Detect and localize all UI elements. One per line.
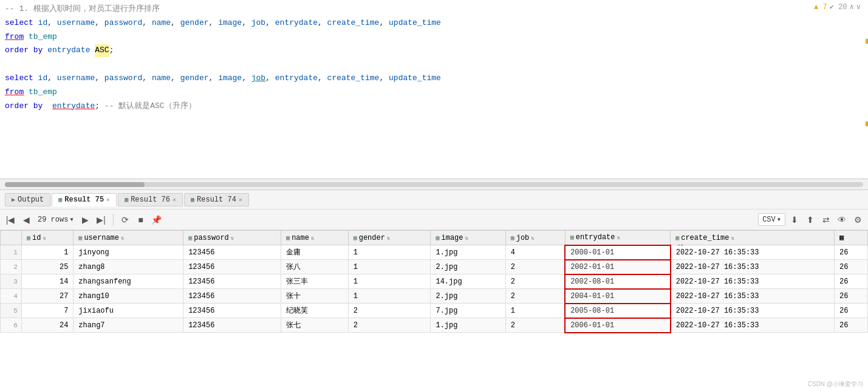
cell-extra: 26 (834, 304, 867, 318)
table-icon-75: ▦ (58, 196, 62, 203)
cell-password: 123456 (183, 260, 281, 274)
next-page-button[interactable]: ▶ (79, 213, 92, 226)
cell-password: 123456 (183, 245, 281, 260)
cell-username: zhang8 (73, 260, 183, 274)
cell-id: 27 (21, 289, 73, 304)
cell-create_time: 2022-10-27 16:35:33 (671, 289, 835, 304)
tab-result76-close[interactable]: ✕ (173, 196, 176, 203)
col-header-job[interactable]: ▦job⇅ (505, 231, 565, 245)
cell-id: 24 (21, 318, 73, 333)
last-page-button[interactable]: ▶| (95, 213, 108, 226)
csv-chevron-icon: ▾ (777, 215, 781, 224)
cell-create_time: 2022-10-27 16:35:33 (671, 318, 835, 333)
table-row: 11jinyong123456金庸11.jpg42000-01-012022-1… (1, 245, 868, 260)
cell-gender: 1 (348, 274, 431, 289)
col-header-password[interactable]: ▦password⇅ (183, 231, 281, 245)
cell-password: 123456 (183, 318, 281, 333)
chevron-up-icon[interactable]: ∧ (850, 2, 854, 12)
tab-result75-label: Result 75 (64, 195, 104, 204)
cell-create_time: 2022-10-27 16:35:33 (671, 260, 835, 274)
results-table: ▦id⇅ ▦username⇅ ▦password⇅ ▦name⇅ ▦gende… (0, 230, 868, 333)
q1-line3: order by entrydate ASC; (0, 44, 868, 58)
download-button[interactable]: ⬇ (788, 213, 801, 226)
cell-extra: 26 (834, 318, 867, 333)
table-row: 225zhang8123456张八12.jpg22002-01-012022-1… (1, 260, 868, 274)
watermark: CSDN @小琳爱学习 (808, 380, 863, 389)
q1-line2: from tb_emp (0, 30, 868, 44)
tab-result75[interactable]: ▦ Result 75 ✕ (52, 193, 117, 206)
blank-line (0, 58, 868, 72)
scroll-track[interactable] (5, 182, 863, 187)
chevron-down-icon[interactable]: ∨ (856, 2, 861, 12)
table-body: 11jinyong123456金庸11.jpg42000-01-012022-1… (1, 245, 868, 333)
cell-name: 张三丰 (281, 274, 349, 289)
cell-job: 2 (505, 289, 565, 304)
refresh-button[interactable]: ⟳ (118, 213, 132, 226)
q2-line3: order by entrydate; -- 默认就是ASC（升序） (0, 100, 868, 114)
cell-extra: 26 (834, 245, 867, 260)
tab-result75-close[interactable]: ✕ (106, 196, 110, 203)
cell-entrydate: 2006-01-01 (565, 318, 671, 333)
cell-gender: 1 (348, 260, 431, 274)
horizontal-scrollbar[interactable] (0, 179, 868, 190)
tab-output-label: Output (18, 195, 44, 204)
col-header-username[interactable]: ▦username⇅ (73, 231, 183, 245)
view-button[interactable]: 👁 (835, 213, 849, 226)
cell-name: 纪晓芙 (281, 304, 349, 318)
col-header-name[interactable]: ▦name⇅ (281, 231, 349, 245)
tab-result74-close[interactable]: ✕ (239, 196, 242, 203)
cell-extra: 26 (834, 260, 867, 274)
col-header-id[interactable]: ▦id⇅ (21, 231, 73, 245)
upload-button[interactable]: ⬆ (804, 213, 817, 226)
cell-username: zhang10 (73, 289, 183, 304)
col-header-gender[interactable]: ▦gender⇅ (348, 231, 431, 245)
cell-image: 2.jpg (431, 260, 505, 274)
row-number: 3 (1, 274, 22, 289)
col-header-rownum (1, 231, 22, 245)
tab-result74-label: Result 74 (197, 195, 236, 204)
prev-page-button[interactable]: ◀ (19, 213, 33, 226)
comment-line: -- 1. 根据入职时间，对员工进行升序排序 (0, 2, 868, 16)
table-row: 57jixiaofu123456纪晓芙27.jpg12005-08-012022… (1, 304, 868, 318)
col-header-more: ▦ (834, 231, 867, 245)
cell-id: 25 (21, 260, 73, 274)
results-action-bar: |◀ ◀ 29 rows ▾ ▶ ▶| ⟳ ■ 📌 CSV ▾ ⬇ ⬆ ⇄ 👁 … (0, 209, 868, 230)
rows-chevron-icon: ▾ (69, 215, 73, 224)
cell-entrydate: 2000-01-01 (565, 245, 671, 260)
toolbar-separator-1 (113, 214, 114, 226)
cell-entrydate: 2004-01-01 (565, 289, 671, 304)
cell-gender: 1 (348, 289, 431, 304)
row-number: 6 (1, 318, 22, 333)
cell-image: 1.jpg (431, 245, 505, 260)
csv-export-button[interactable]: CSV ▾ (758, 213, 785, 226)
results-table-container[interactable]: ▦id⇅ ▦username⇅ ▦password⇅ ▦name⇅ ▦gende… (0, 230, 868, 391)
pin-button[interactable]: 📌 (150, 213, 163, 226)
table-header-row: ▦id⇅ ▦username⇅ ▦password⇅ ▦name⇅ ▦gende… (1, 231, 868, 245)
cell-password: 123456 (183, 289, 281, 304)
gutter-indicators: ▲ 7 ✔ 20 ∧ ∨ (814, 2, 861, 12)
tab-output[interactable]: ▶ Output (5, 193, 50, 206)
scroll-thumb[interactable] (5, 182, 145, 187)
col-header-entrydate[interactable]: ▦entrydate⇅ 升序 (565, 231, 671, 245)
cell-id: 7 (21, 304, 73, 318)
col-header-image[interactable]: ▦image⇅ (431, 231, 505, 245)
transpose-button[interactable]: ⇄ (819, 213, 833, 226)
q1-line1: select id, username, password, name, gen… (0, 16, 868, 30)
cell-image: 7.jpg (431, 304, 505, 318)
result-tabs: ▶ Output ▦ Result 75 ✕ ▦ Result 76 ✕ ▦ R… (0, 190, 868, 209)
rows-count[interactable]: 29 rows ▾ (35, 215, 77, 224)
tab-result76[interactable]: ▦ Result 76 ✕ (118, 193, 183, 206)
stop-button[interactable]: ■ (134, 213, 148, 226)
settings-button[interactable]: ⚙ (851, 213, 864, 226)
row-number: 2 (1, 260, 22, 274)
col-header-create-time[interactable]: ▦create_time⇅ (671, 231, 835, 245)
q2-line2: from tb_emp (0, 86, 868, 100)
cell-extra: 26 (834, 274, 867, 289)
cell-name: 金庸 (281, 245, 349, 260)
cell-image: 1.jpg (431, 318, 505, 333)
first-page-button[interactable]: |◀ (4, 213, 17, 226)
tab-result74[interactable]: ▦ Result 74 ✕ (184, 193, 249, 206)
cell-username: zhang7 (73, 318, 183, 333)
code-editor: ▲ 7 ✔ 20 ∧ ∨ -- 1. 根据入职时间，对员工进行升序排序 sele… (0, 0, 868, 179)
cell-entrydate: 2002-08-01 (565, 274, 671, 289)
